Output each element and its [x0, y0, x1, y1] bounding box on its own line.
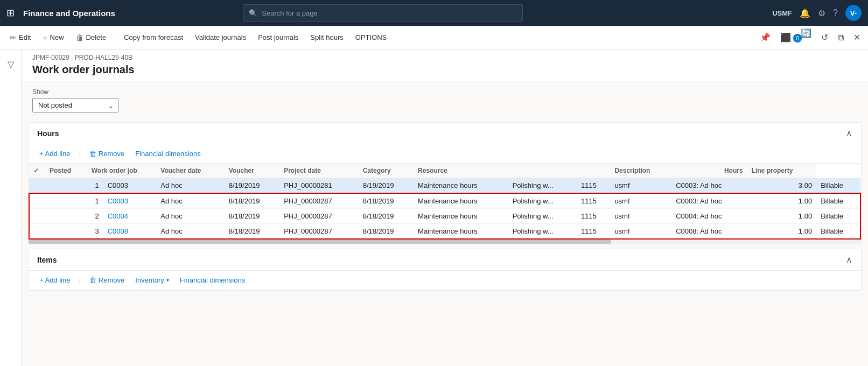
hours-financial-dimensions-button[interactable]: Financial dimensions — [131, 147, 205, 160]
table-cell: C0003 — [103, 178, 157, 194]
new-button[interactable]: + New — [37, 30, 69, 45]
table-cell: usmf — [610, 224, 671, 240]
delete-icon: 🗑 — [76, 33, 83, 42]
table-cell: 8/18/2019 — [225, 224, 279, 240]
edit-button[interactable]: ✏ Edit — [4, 30, 36, 45]
table-cell: usmf — [610, 178, 671, 194]
table-cell: 1 — [87, 193, 103, 209]
table-cell: Ad hoc — [156, 193, 224, 209]
table-cell: 8/18/2019 — [359, 193, 414, 209]
hours-section-title: Hours — [37, 129, 59, 138]
filter-icon[interactable]: ▽ — [3, 55, 18, 74]
table-cell: 2 — [87, 209, 103, 224]
options-button[interactable]: OPTIONS — [350, 30, 393, 45]
table-cell: Ad hoc — [156, 224, 224, 240]
table-cell — [29, 193, 45, 209]
hours-remove-button[interactable]: 🗑 Remove — [85, 147, 129, 160]
validate-journals-label: Validate journals — [195, 33, 246, 41]
col-check: ✓ — [29, 164, 45, 178]
hours-remove-icon: 🗑 — [89, 150, 96, 158]
split-hours-button[interactable]: Split hours — [305, 30, 348, 45]
top-nav-right: USMF 🔔 ⚙ ? V- — [772, 5, 862, 21]
col-line-property: Line property — [747, 164, 817, 178]
hours-scrollbar-thumb[interactable] — [29, 240, 611, 244]
hours-section-header: Hours ∧ — [29, 123, 861, 144]
table-cell: Billable — [816, 178, 860, 194]
table-row[interactable]: 1C0003Ad hoc8/18/2019PHJ_000002878/18/20… — [29, 193, 860, 209]
table-cell — [45, 178, 87, 194]
search-bar[interactable]: 🔍 — [243, 4, 523, 22]
table-cell: 8/18/2019 — [225, 209, 279, 224]
validate-journals-button[interactable]: Validate journals — [190, 30, 251, 45]
breadcrumb: JPMF-00029 : PROD-HALL25-40B — [32, 54, 857, 61]
table-cell: Maintenance hours — [414, 178, 508, 194]
table-cell: 3.00 — [747, 178, 817, 194]
items-financial-dimensions-button[interactable]: Financial dimensions — [176, 274, 249, 286]
separator-1 — [115, 31, 115, 44]
table-cell: 1115 — [577, 224, 610, 240]
table-row[interactable]: 1C0003Ad hoc8/19/2019PHJ_000002818/19/20… — [29, 178, 860, 194]
table-cell: 1115 — [577, 178, 610, 194]
table-row[interactable]: 2C0004Ad hoc8/18/2019PHJ_000002878/18/20… — [29, 209, 860, 224]
close-icon[interactable]: ✕ — [850, 29, 864, 46]
post-journals-button[interactable]: Post journals — [253, 30, 304, 45]
table-cell: 8/19/2019 — [225, 178, 279, 194]
app-title: Finance and Operations — [23, 9, 115, 18]
delete-button[interactable]: 🗑 Delete — [71, 30, 112, 45]
hours-add-line-label: + Add line — [39, 150, 70, 158]
pin-icon[interactable]: 📌 — [757, 29, 774, 46]
hours-scrollbar[interactable] — [29, 240, 861, 244]
items-remove-button[interactable]: 🗑 Remove — [85, 274, 129, 286]
copy-from-forecast-label: Copy from forecast — [124, 33, 183, 41]
options-label: OPTIONS — [355, 33, 387, 41]
copy-from-forecast-button[interactable]: Copy from forecast — [118, 30, 188, 45]
office-icon[interactable]: ⬛ — [777, 29, 794, 46]
col-project-date: Project date — [279, 164, 359, 178]
sync-icon[interactable]: ↺ — [818, 29, 831, 46]
hours-remove-label: Remove — [99, 150, 124, 158]
table-cell: C0003: Ad hoc — [671, 193, 747, 209]
open-new-window-icon[interactable]: ⧉ — [835, 30, 847, 46]
show-filter-wrapper[interactable]: Not posted Posted All — [32, 98, 118, 112]
table-cell: C0004: Ad hoc — [671, 209, 747, 224]
search-icon: 🔍 — [249, 9, 257, 17]
table-cell: C0004 — [103, 209, 157, 224]
command-bar-right: 📌 ⬛ 🔄 0 ↺ ⧉ ✕ — [757, 28, 864, 47]
filter-row: Show Not posted Posted All — [22, 83, 868, 118]
table-cell — [45, 193, 87, 209]
items-section: Items ∧ + Add line | 🗑 Remove Inventory … — [28, 249, 862, 291]
table-cell: PHJ_00000287 — [279, 193, 359, 209]
table-cell — [45, 224, 87, 240]
table-row[interactable]: 3C0008Ad hoc8/18/2019PHJ_000002878/18/20… — [29, 224, 860, 240]
avatar[interactable]: V- — [845, 5, 862, 21]
hours-table-container: ✓ Posted Work order job Voucher date Vou… — [29, 164, 861, 240]
table-cell: 8/19/2019 — [359, 178, 414, 194]
command-bar: ✏ Edit + New 🗑 Delete Copy from forecast… — [0, 26, 868, 50]
inventory-chevron-icon: ▾ — [166, 277, 169, 283]
settings-icon[interactable]: ⚙ — [818, 8, 825, 18]
hours-collapse-icon[interactable]: ∧ — [846, 128, 852, 138]
table-cell: PHJ_00000281 — [279, 178, 359, 194]
notification-icon[interactable]: 🔔 — [800, 8, 810, 18]
table-cell: Ad hoc — [156, 209, 224, 224]
page-header: JPMF-00029 : PROD-HALL25-40B Work order … — [22, 50, 868, 83]
col-resource: Resource — [414, 164, 610, 178]
notification-badge: 0 — [793, 34, 802, 43]
items-inventory-button[interactable]: Inventory ▾ — [131, 274, 173, 286]
items-remove-icon: 🗑 — [89, 276, 96, 284]
items-collapse-icon[interactable]: ∧ — [846, 255, 852, 265]
help-icon[interactable]: ? — [833, 8, 838, 18]
items-add-line-button[interactable]: + Add line — [35, 274, 74, 286]
hours-add-line-button[interactable]: + Add line — [35, 147, 74, 160]
col-posted: Posted — [45, 164, 87, 178]
search-input[interactable] — [262, 9, 517, 17]
table-cell: Ad hoc — [156, 178, 224, 194]
show-filter-select[interactable]: Not posted Posted All — [32, 98, 118, 112]
table-cell — [29, 178, 45, 194]
table-cell: usmf — [610, 193, 671, 209]
table-cell: Billable — [816, 193, 860, 209]
table-cell: Maintenance hours — [414, 193, 508, 209]
table-cell: 1 — [87, 178, 103, 194]
items-section-title: Items — [37, 256, 57, 264]
app-grid-icon[interactable]: ⊞ — [6, 7, 15, 19]
